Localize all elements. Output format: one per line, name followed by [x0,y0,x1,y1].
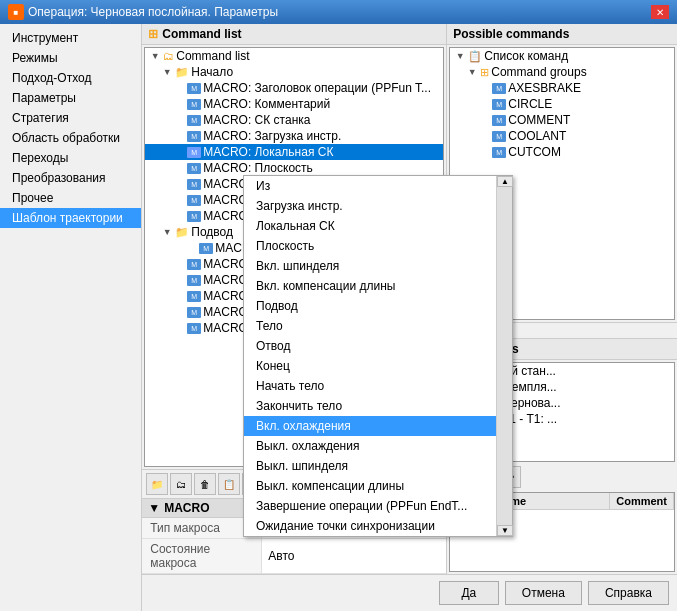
menu-item-telo[interactable]: Тело [244,316,496,336]
tree-item-nachalo[interactable]: ▼ 📁 Начало [145,64,443,80]
menu-item-vkl-ohlazh[interactable]: Вкл. охлаждения [244,416,496,436]
macro-state-label: Состояние макроса [142,539,262,573]
tree-item-macro-6[interactable]: M MACRO: Плоскость [145,160,443,176]
tree-item-cutcom[interactable]: M CUTCOM [450,144,674,160]
menu-item-lokalsk[interactable]: Локальная СК [244,216,496,236]
macro-icon: M [187,323,201,334]
menu-item-zavershenie[interactable]: Завершение операции (PPFun EndT... [244,496,496,516]
menu-item-ozhidanie[interactable]: Ожидание точки синхронизации [244,516,496,536]
tree-item-macro-4[interactable]: M MACRO: Загрузка инстр. [145,128,443,144]
sidebar-item-parametry[interactable]: Параметры [0,88,141,108]
sidebar-item-podkhod[interactable]: Подход-Отход [0,68,141,88]
macro-icon: M [187,259,201,270]
macro-icon: M [187,115,201,126]
macro-icon: M [187,291,201,302]
menu-item-otvod[interactable]: Отвод [244,336,496,356]
scroll-down-button[interactable]: ▼ [497,525,513,536]
possible-commands-header: Possible commands [447,24,677,45]
delete-button[interactable]: 🗑 [194,473,216,495]
macro-icon: M [199,243,213,254]
menu-item-vykl-komp[interactable]: Выкл. компенсации длины [244,476,496,496]
cmd-icon: M [492,115,506,126]
col-comment: Comment [610,493,674,509]
tree-item-command-list-root[interactable]: ▼ 📋 Список команд [450,48,674,64]
tree-item-macro-1[interactable]: M MACRO: Заголовок операции (PPFun T... [145,80,443,96]
cmd-icon: M [492,99,506,110]
macro-icon: M [187,99,201,110]
menu-scrollbar[interactable]: ▲ ▼ [496,176,512,536]
sidebar-item-strategiya[interactable]: Стратегия [0,108,141,128]
menu-item-iz[interactable]: Из [244,176,496,196]
tree-item-axesbrake[interactable]: M AXESBRAKE [450,80,674,96]
menu-item-ploskost[interactable]: Плоскость [244,236,496,256]
macro-icon: M [187,307,201,318]
tree-item-comment[interactable]: M COMMENT [450,112,674,128]
context-menu[interactable]: Из Загрузка инстр. Локальная СК Плоскост… [243,175,513,537]
copy-button[interactable]: 📋 [218,473,240,495]
folder-icon: 📁 [175,226,189,239]
folder-icon: ⊞ [480,66,489,79]
sidebar-item-rezhimy[interactable]: Режимы [0,48,141,68]
command-list-icon: ⊞ [148,27,158,41]
macro-icon: M [187,195,201,206]
title-bar: ■ Операция: Черновая послойная. Параметр… [0,0,677,24]
menu-item-nachattelo[interactable]: Начать тело [244,376,496,396]
macro-icon: M [187,275,201,286]
scroll-up-button[interactable]: ▲ [497,176,513,187]
macro-icon: M [187,83,201,94]
tree-item-macro-2[interactable]: M MACRO: Комментарий [145,96,443,112]
menu-item-vkl-komp[interactable]: Вкл. компенсации длины [244,276,496,296]
menu-item-podvod[interactable]: Подвод [244,296,496,316]
tree-item-macro-5[interactable]: M MACRO: Локальная СК [145,144,443,160]
macro-state-value: Авто [262,539,446,573]
sidebar-item-shablon[interactable]: Шаблон траектории [0,208,141,228]
macro-icon: M [187,131,201,142]
tree-item-circle[interactable]: M CIRCLE [450,96,674,112]
expand-icon: ▼ [148,501,160,515]
title-icon: ■ [8,4,24,20]
folder-icon: 📋 [468,50,482,63]
scroll-track [497,187,512,525]
left-panel: Инструмент Режимы Подход-Отход Параметры… [0,24,142,611]
macro-state-row: Состояние макроса Авто [142,539,446,574]
tree-root[interactable]: ▼ 🗂 Command list [145,48,443,64]
tree-item-command-groups[interactable]: ▼ ⊞ Command groups [450,64,674,80]
folder-icon: 📁 [175,66,189,79]
tree-item-macro-3[interactable]: M MACRO: СК станка [145,112,443,128]
window-title: Операция: Черновая послойная. Параметры [28,5,278,19]
macro-icon: M [187,211,201,222]
menu-item-konets[interactable]: Конец [244,356,496,376]
help-button[interactable]: Справка [588,581,669,605]
menu-item-zakonchit[interactable]: Закончить тело [244,396,496,416]
folder-icon: 🗂 [163,50,174,62]
sidebar-item-prochee[interactable]: Прочее [0,188,141,208]
tree-item-coolant[interactable]: M COOLANT [450,128,674,144]
expand-icon: ▼ [149,50,161,62]
macro-icon: M [187,163,201,174]
sidebar-item-oblast[interactable]: Область обработки [0,128,141,148]
menu-item-zagruzka[interactable]: Загрузка инстр. [244,196,496,216]
command-list-header: ⊞ Command list [142,24,446,45]
menu-item-vykl-shpin[interactable]: Выкл. шпинделя [244,456,496,476]
sidebar-item-instrument[interactable]: Инструмент [0,28,141,48]
add2-button[interactable]: 🗂 [170,473,192,495]
menu-item-vykl-ohlazh[interactable]: Выкл. охлаждения [244,436,496,456]
macro-icon: M [187,179,201,190]
add-button[interactable]: 📁 [146,473,168,495]
sidebar-item-perekhody[interactable]: Переходы [0,148,141,168]
close-button[interactable]: ✕ [651,5,669,19]
cmd-icon: M [492,147,506,158]
cancel-button[interactable]: Отмена [505,581,582,605]
cmd-icon: M [492,83,506,94]
menu-item-vkl-shpin[interactable]: Вкл. шпинделя [244,256,496,276]
ok-button[interactable]: Да [439,581,499,605]
cmd-icon: M [492,131,506,142]
macro-icon: M [187,147,201,158]
sidebar-item-preobrazovaniya[interactable]: Преобразования [0,168,141,188]
bottom-buttons: Да Отмена Справка [142,574,677,611]
